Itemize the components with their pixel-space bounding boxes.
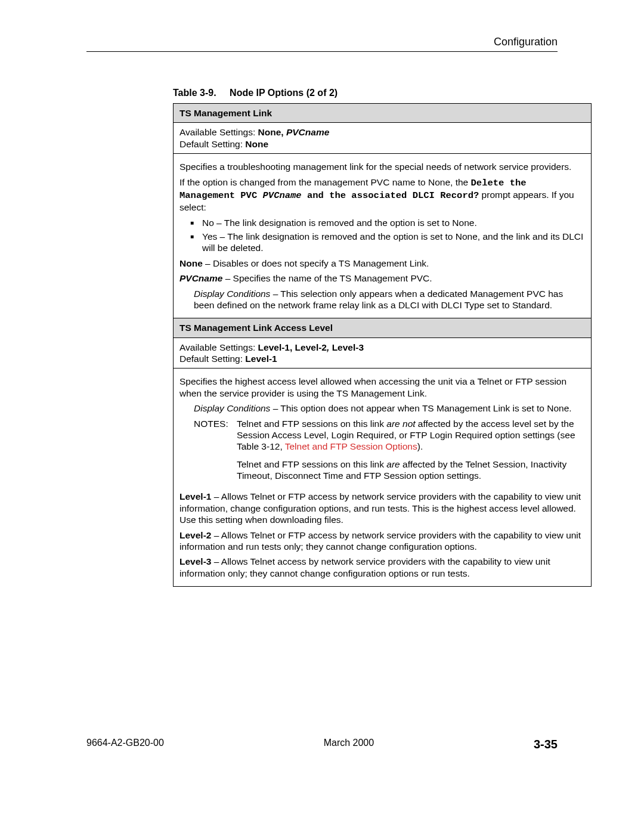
doc-id: 9664-A2-GB20-00: [86, 738, 164, 751]
row-settings-access-level: Available Settings: Level-1, Level-2, Le…: [174, 337, 591, 368]
text: Available Settings:: [179, 342, 258, 352]
paragraph: Level-1 – Allows Telnet or FTP access by…: [179, 491, 585, 525]
text: None,: [258, 127, 286, 137]
text: Level-3: [332, 342, 364, 352]
paragraph: Display Conditions – This option does no…: [194, 402, 585, 414]
table-number: Table 3-9.: [173, 88, 216, 98]
paragraph: Telnet and FTP sessions on this link are…: [237, 418, 585, 453]
text: Level-1, Level-2: [258, 342, 327, 352]
text: Level-1: [245, 354, 277, 364]
text: are: [386, 459, 400, 469]
bullet-list: No – The link designation is removed and…: [179, 217, 585, 254]
header-rule: [86, 51, 558, 52]
row-header-access-level: TS Management Link Access Level: [174, 318, 591, 337]
code-text: and the associated DLCI Record?: [302, 190, 479, 201]
paragraph: Level-2 – Allows Telnet or FTP access by…: [179, 529, 585, 553]
row-header-ts-mgmt-link: TS Management Link: [174, 104, 591, 122]
paragraph: Specifies the highest access level allow…: [179, 376, 585, 399]
text: – Allows Telnet or FTP access by network…: [179, 491, 581, 525]
page-footer: 9664-A2-GB20-00 March 2000 3-35: [86, 738, 558, 751]
table-caption: Table 3-9. Node IP Options (2 of 2): [173, 88, 558, 98]
text: Default Setting:: [179, 139, 245, 149]
text: Telnet and FTP sessions on this link: [237, 459, 386, 469]
paragraph: Display Conditions – This selection only…: [194, 288, 585, 311]
text: None: [245, 139, 268, 149]
list-item: No – The link designation is removed and…: [202, 217, 585, 228]
options-table: TS Management Link Available Settings: N…: [173, 103, 592, 587]
text: Telnet and FTP sessions on this link: [237, 419, 386, 429]
text: PVCname: [179, 273, 222, 283]
row-desc-access-level: Specifies the highest access level allow…: [174, 368, 591, 586]
text: – Allows Telnet access by network servic…: [179, 556, 550, 578]
text: – Specifies the name of the TS Managemen…: [222, 273, 432, 283]
text: Display Conditions: [194, 289, 270, 299]
text: Level-2: [179, 530, 211, 540]
text: Display Conditions: [194, 403, 270, 413]
footer-date: March 2000: [324, 738, 374, 751]
paragraph: None – Disables or does not specify a TS…: [179, 258, 585, 269]
text: Available Settings:: [179, 127, 258, 137]
cross-reference-link[interactable]: Telnet and FTP Session Options: [285, 441, 417, 451]
text: If the option is changed from the manage…: [179, 177, 471, 187]
text: – This option does not appear when TS Ma…: [270, 403, 571, 413]
text: Level-1: [179, 491, 211, 501]
paragraph: Specifies a troubleshooting management l…: [179, 161, 585, 172]
page-number: 3-35: [534, 738, 558, 751]
row-settings-ts-mgmt-link: Available Settings: None, PVCname Defaul…: [174, 122, 591, 153]
text: – Disables or does not specify a TS Mana…: [203, 258, 429, 268]
text: ,: [327, 342, 332, 352]
notes-label: NOTES:: [194, 418, 237, 488]
section-title: Configuration: [86, 36, 558, 48]
text: Default Setting:: [179, 354, 245, 364]
paragraph: If the option is changed from the manage…: [179, 176, 585, 213]
text: – Allows Telnet or FTP access by network…: [179, 530, 581, 552]
text: PVCname: [286, 127, 329, 137]
notes-body: Telnet and FTP sessions on this link are…: [237, 418, 585, 488]
text: Level-3: [179, 556, 211, 566]
paragraph: PVCname – Specifies the name of the TS M…: [179, 272, 585, 284]
notes-block: NOTES: Telnet and FTP sessions on this l…: [179, 418, 585, 488]
paragraph: Level-3 – Allows Telnet access by networ…: [179, 556, 585, 579]
text: ).: [417, 441, 423, 451]
text: None: [179, 258, 203, 268]
text: are not: [386, 419, 415, 429]
list-item: Yes – The link designation is removed an…: [202, 231, 585, 254]
paragraph: Telnet and FTP sessions on this link are…: [237, 459, 585, 482]
table-title: Node IP Options (2 of 2): [230, 88, 338, 98]
row-desc-ts-mgmt-link: Specifies a troubleshooting management l…: [174, 153, 591, 318]
code-text: PVCname: [263, 190, 302, 201]
